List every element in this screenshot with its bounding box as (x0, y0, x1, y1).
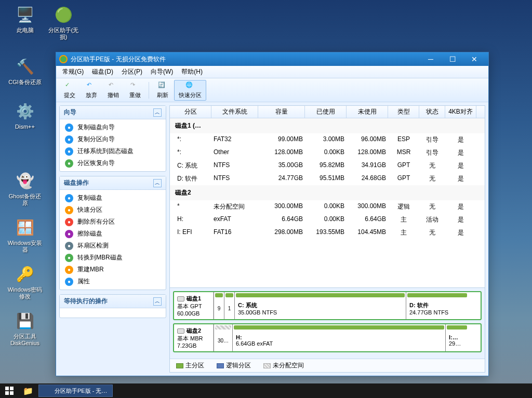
cell-type: 主 (388, 227, 419, 238)
taskbar-app[interactable]: 分区助手PE版 - 无… (38, 385, 113, 397)
menu-item[interactable]: 分区(P) (117, 66, 147, 77)
wizard-header[interactable]: 向导 ︿ (60, 106, 166, 119)
close-button[interactable]: ✕ (463, 52, 485, 66)
panel-item[interactable]: ●复制分区向导 (60, 133, 166, 145)
grid-header: 分区文件系统容量已使用未使用类型状态4KB对齐 (170, 106, 485, 118)
chevron-up-icon[interactable]: ︿ (153, 179, 162, 187)
desktop-icon[interactable]: 👻Ghost备份还原 (6, 170, 44, 207)
panel-item-label: 迁移系统到固态磁盘 (77, 147, 134, 156)
disk-label[interactable]: 磁盘2 (170, 185, 485, 200)
panel-item[interactable]: ●迁移系统到固态磁盘 (60, 145, 166, 157)
desktop-icon[interactable]: 🔑Windows密码修改 (6, 264, 44, 300)
toolbar-button[interactable]: ↶撤销 (103, 80, 124, 101)
partition-segment[interactable]: H:6.64GB exFAT (232, 324, 445, 351)
desktop-icon[interactable]: 🖥️此电脑 (6, 4, 44, 34)
disk-scheme: 基本 MBR (177, 335, 210, 342)
toolbar: ✓提交↶放弃↶撤销↷重做🔄刷新🌐快速分区 (56, 78, 488, 102)
panel-item[interactable]: ●坏扇区检测 (60, 240, 166, 252)
partition-row[interactable]: H: exFAT 6.64GB 0.00KB 6.64GB 主 活动 是 (170, 213, 485, 226)
panel-item[interactable]: ●分区恢复向导 (60, 157, 166, 169)
partition-segment[interactable]: 1 (224, 292, 234, 319)
cell-capacity: 300.00MB (258, 201, 305, 212)
seg-label: 1 (228, 306, 231, 311)
partition-row[interactable]: I: EFI FAT16 298.00MB 193.55MB 104.45MB … (170, 226, 485, 239)
partition-row[interactable]: * 未分配空间 300.00MB 0.00KB 300.00MB 逻辑 无 是 (170, 200, 485, 213)
chevron-up-icon[interactable]: ︿ (153, 297, 162, 306)
disk-bar[interactable]: 磁盘2 基本 MBR 7.23GB 30…H:6.64GB exFATI:…29… (173, 323, 482, 352)
taskbar-app-label: 分区助手PE版 - 无… (55, 387, 107, 395)
legend-unalloc: 未分配空间 (263, 361, 304, 370)
toolbar-button[interactable]: ↶放弃 (81, 80, 102, 101)
cell-align: 是 (445, 227, 476, 238)
diskops-header[interactable]: 磁盘操作 ︿ (60, 176, 166, 190)
titlebar[interactable]: 分区助手PE版 - 无损分区免费软件 ─ ☐ ✕ (56, 52, 488, 66)
cell-free: 128.00MB (347, 147, 388, 158)
minimize-button[interactable]: ─ (420, 52, 442, 66)
column-header[interactable]: 分区 (170, 106, 211, 118)
cell-type: 主 (388, 214, 419, 225)
toolbar-button[interactable]: ↷重做 (125, 80, 145, 101)
panel-item[interactable]: ●重建MBR (60, 264, 166, 276)
column-header[interactable]: 4KB对齐 (445, 106, 476, 118)
cell-partition: H: (170, 214, 211, 225)
panel-item[interactable]: ●属性 (60, 276, 166, 287)
toolbar-button[interactable]: 🔄刷新 (152, 80, 173, 101)
disk-label[interactable]: 磁盘1 (… (170, 118, 485, 133)
column-header[interactable]: 文件系统 (211, 106, 258, 118)
grid-body[interactable]: 磁盘1 (… *: FAT32 99.00MB 3.00MB 96.00MB E… (170, 118, 485, 287)
toolbar-button[interactable]: 🌐快速分区 (174, 80, 206, 101)
desktop-icon[interactable]: ⚙️Dism++ (6, 101, 44, 130)
column-header[interactable]: 未使用 (347, 106, 388, 118)
partition-row[interactable]: *: FAT32 99.00MB 3.00MB 96.00MB ESP 引导 是 (170, 133, 485, 146)
toolbar-button[interactable]: ✓提交 (59, 80, 80, 101)
partition-segment[interactable]: D: 软件24.77GB NTFS (406, 292, 468, 319)
desktop-icon-label: Windows安装器 (6, 240, 44, 253)
disk-name: 磁盘2 (187, 327, 201, 335)
start-button[interactable] (0, 383, 19, 398)
toolbar-label: 撤销 (108, 91, 119, 99)
partition-row[interactable]: D: 软件 NTFS 24.77GB 95.51MB 24.68GB GPT 无… (170, 172, 485, 185)
column-header[interactable]: 状态 (419, 106, 445, 118)
desktop-icon[interactable]: 🪟Windows安装器 (6, 217, 44, 253)
cell-status: 无 (419, 201, 445, 212)
cell-type: 逻辑 (388, 201, 419, 212)
panel-item[interactable]: ●擦除磁盘 (60, 228, 166, 240)
column-header[interactable]: 已使用 (305, 106, 347, 118)
panel-item[interactable]: ●转换到MBR磁盘 (60, 252, 166, 264)
toolbar-label: 快速分区 (179, 91, 202, 99)
partition-segment[interactable]: 30… (214, 324, 232, 351)
panel-item-label: 分区恢复向导 (77, 159, 115, 168)
chevron-up-icon[interactable]: ︿ (153, 108, 162, 117)
partition-segment[interactable]: C: 系统35.00GB NTFS (234, 292, 406, 319)
seg-sub: 6.64GB exFAT (236, 340, 442, 347)
column-header[interactable]: 容量 (258, 106, 305, 118)
panel-item-icon: ● (65, 135, 73, 144)
seg-sub: 24.77GB NTFS (409, 309, 465, 315)
panel-item[interactable]: ●删除所有分区 (60, 216, 166, 228)
menu-item[interactable]: 常规(G) (58, 66, 88, 77)
desktop-icon[interactable]: 🟢分区助手(无损) (45, 4, 82, 40)
partition-segment[interactable]: I:…29… (445, 324, 468, 351)
menu-item[interactable]: 磁盘(D) (88, 66, 117, 77)
panel-item-label: 快速分区 (77, 205, 102, 214)
pending-header[interactable]: 等待执行的操作 ︿ (60, 295, 166, 308)
desktop-icon[interactable]: 🔨CGI备份还原 (6, 56, 44, 86)
disk-bar[interactable]: 磁盘1 基本 GPT 60.00GB 91C: 系统35.00GB NTFSD:… (173, 291, 482, 320)
partition-row[interactable]: C: 系统 NTFS 35.00GB 95.82MB 34.91GB GPT 无… (170, 159, 485, 172)
panel-item-icon: ● (65, 230, 73, 238)
toolbar-label: 放弃 (86, 91, 97, 99)
column-header[interactable]: 类型 (388, 106, 419, 118)
panel-item[interactable]: ●复制磁盘向导 (60, 121, 166, 133)
file-explorer-icon[interactable]: 📁 (19, 383, 37, 398)
cell-align: 是 (445, 147, 476, 158)
partition-segment[interactable]: 9 (214, 292, 224, 319)
desktop-icon[interactable]: 💾分区工具DiskGenius (6, 310, 44, 347)
window-title: 分区助手PE版 - 无损分区免费软件 (71, 55, 420, 64)
panel-item-label: 复制磁盘 (77, 194, 102, 202)
maximize-button[interactable]: ☐ (442, 52, 463, 66)
panel-item[interactable]: ●复制磁盘 (60, 192, 166, 204)
menu-item[interactable]: 向导(W) (147, 66, 177, 77)
panel-item[interactable]: ●快速分区 (60, 204, 166, 216)
partition-row[interactable]: *: Other 128.00MB 0.00KB 128.00MB MSR 引导… (170, 146, 485, 159)
menu-item[interactable]: 帮助(H) (177, 66, 207, 77)
